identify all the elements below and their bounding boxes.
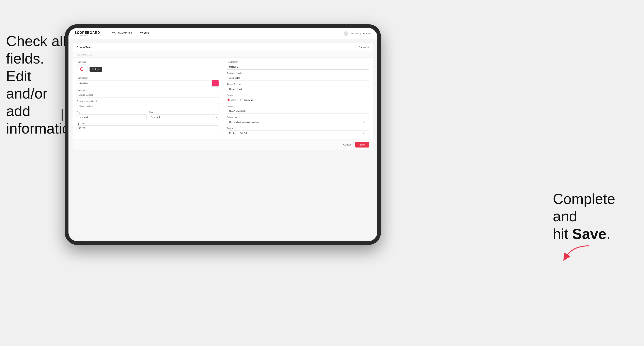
zip-label: Zip code [76, 122, 219, 125]
assistant-coach-field: Assistant Coach [227, 72, 369, 81]
city-field: City [76, 111, 147, 120]
right-annotation: Complete andhit Save. [553, 190, 634, 243]
gender-mens-label[interactable]: Mens [227, 99, 236, 101]
conference-label: Conference [227, 116, 369, 118]
tablet-screen: SCOREBOARD Powered by clippd TOURNAMENTS… [68, 28, 377, 241]
close-icon: ✕ [367, 46, 369, 49]
team-colour-field: Team colour [76, 77, 219, 87]
gender-radio-group: Mens Womens [227, 97, 369, 103]
team-logo-field: Team logo C Upload [76, 61, 219, 74]
section-label: TEAM DETAILS [72, 51, 373, 58]
nav-links: TOURNAMENTS TEAMS [108, 28, 344, 39]
state-select[interactable]: New York [149, 114, 219, 120]
division-select[interactable]: NCAA Division III [227, 108, 369, 114]
athletic-director-input[interactable] [227, 86, 369, 92]
gender-label: Gender [227, 94, 369, 97]
nav-teams[interactable]: TEAMS [136, 28, 153, 39]
logo-area: SCOREBOARD Powered by clippd [74, 31, 100, 36]
team-logo-preview: C [76, 64, 87, 74]
tablet-side-button [62, 109, 63, 121]
athletic-director-field: Athletic Director [227, 83, 369, 92]
sign-out-link[interactable]: Sign out [363, 32, 371, 35]
gender-womens-text: Womens [244, 99, 253, 101]
create-team-form: Create Team Cancel ✕ TEAM DETAILS Team l… [72, 43, 373, 150]
division-label: Division [227, 105, 369, 107]
head-coach-label: Head Coach [227, 61, 369, 63]
display-name-label: Display name (unique) [76, 100, 219, 102]
city-state-field: City State New York ✕ [76, 111, 219, 120]
form-title: Create Team [76, 46, 92, 49]
form-header: Create Team Cancel ✕ [72, 43, 373, 51]
user-label: Test User | [350, 32, 361, 35]
colour-input-row [76, 80, 219, 87]
app-logo: SCOREBOARD [74, 31, 100, 35]
navbar: SCOREBOARD Powered by clippd TOURNAMENTS… [68, 28, 377, 39]
save-button[interactable]: Save [355, 142, 369, 148]
city-input[interactable] [76, 114, 147, 120]
athletic-director-label: Athletic Director [227, 83, 369, 85]
main-content: Create Team Cancel ✕ TEAM DETAILS Team l… [68, 39, 377, 241]
display-name-input[interactable] [76, 103, 219, 109]
division-field: Division NCAA Division III ▾ [227, 105, 369, 114]
nav-right: Test User | Sign out [344, 31, 371, 36]
head-coach-field: Head Coach [227, 61, 369, 70]
region-label: Region [227, 127, 369, 130]
form-body: Team logo C Upload Team colour [72, 58, 373, 139]
tablet-frame: SCOREBOARD Powered by clippd TOURNAMENTS… [65, 24, 381, 245]
team-name-field: Team name [76, 89, 219, 98]
gender-womens-label[interactable]: Womens [240, 99, 253, 101]
team-colour-input[interactable] [76, 81, 212, 86]
form-footer: Cancel Save [72, 139, 373, 150]
city-state-row: City State New York ✕ [76, 111, 219, 120]
city-label: City [76, 111, 147, 114]
team-name-label: Team name [76, 89, 219, 91]
region-dropdown: Region II - (M) DIII ✕ ▾ [227, 130, 369, 136]
gender-womens-radio[interactable] [240, 99, 243, 101]
conference-select[interactable]: University Athletic Association [227, 119, 369, 125]
form-left-col: Team logo C Upload Team colour [76, 61, 219, 136]
region-select[interactable]: Region II - (M) DIII [227, 130, 369, 136]
upload-button[interactable]: Upload [90, 67, 102, 72]
state-label: State [149, 111, 219, 114]
logo-upload-area: C Upload [76, 64, 219, 74]
right-arrow-icon [563, 243, 591, 263]
head-coach-input[interactable] [227, 64, 369, 70]
zip-input[interactable] [76, 126, 219, 131]
gender-mens-text: Mens [231, 99, 236, 101]
user-avatar [344, 31, 348, 36]
conference-field: Conference University Athletic Associati… [227, 116, 369, 125]
logo-subtitle: Powered by clippd [74, 35, 100, 36]
colour-swatch [212, 80, 219, 87]
team-colour-label: Team colour [76, 77, 219, 79]
cancel-top-button[interactable]: Cancel ✕ [359, 46, 369, 49]
assistant-coach-label: Assistant Coach [227, 72, 369, 74]
conference-dropdown: University Athletic Association ✕ ▾ [227, 119, 369, 125]
gender-mens-radio[interactable] [227, 99, 230, 101]
assistant-coach-input[interactable] [227, 75, 369, 81]
display-name-field: Display name (unique) [76, 100, 219, 109]
team-name-input[interactable] [76, 92, 219, 98]
form-right-col: Head Coach Assistant Coach Athletic Dire… [227, 61, 369, 136]
division-dropdown: NCAA Division III ▾ [227, 108, 369, 114]
cancel-footer-button[interactable]: Cancel [341, 142, 353, 147]
zip-field: Zip code [76, 122, 219, 131]
team-logo-label: Team logo [76, 61, 219, 63]
region-field: Region Region II - (M) DIII ✕ ▾ [227, 127, 369, 136]
gender-field: Gender Mens Womens [227, 94, 369, 103]
state-field: State New York ✕ ▾ [149, 111, 219, 120]
nav-tournaments[interactable]: TOURNAMENTS [108, 28, 136, 39]
state-select-wrap: New York ✕ ▾ [149, 114, 219, 120]
left-annotation: Check all fields. Edit and/or add inform… [6, 32, 75, 137]
